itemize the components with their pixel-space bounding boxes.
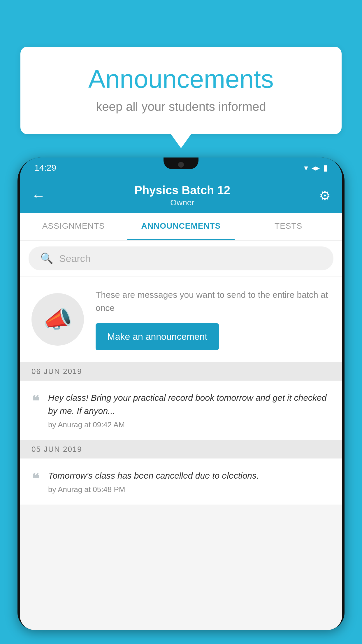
date-divider-1: 06 JUN 2019 xyxy=(20,362,342,381)
phone-content: 🔍 Search 📣 These are messages you want t… xyxy=(20,241,342,630)
bubble-subtitle: keep all your students informed xyxy=(44,100,318,114)
message-item-2[interactable]: ❝ Tomorrow's class has been cancelled du… xyxy=(20,459,342,505)
phone-wrapper: 14:29 ▾ ◂▸ ▮ ← Physics Batch 12 Owner xyxy=(17,158,345,644)
status-time: 14:29 xyxy=(34,163,56,173)
quote-icon-1: ❝ xyxy=(31,393,39,410)
speech-bubble-section: Announcements keep all your students inf… xyxy=(20,47,342,134)
batch-title: Physics Batch 12 xyxy=(134,184,230,197)
message-item-1[interactable]: ❝ Hey class! Bring your practical record… xyxy=(20,381,342,440)
search-bar[interactable]: 🔍 Search xyxy=(29,246,333,270)
message-content-1: Hey class! Bring your practical record b… xyxy=(48,391,331,429)
notch xyxy=(164,158,198,169)
status-bar: 14:29 ▾ ◂▸ ▮ xyxy=(20,158,342,178)
quote-icon-2: ❝ xyxy=(31,470,39,487)
message-author-2: by Anurag at 05:48 PM xyxy=(48,485,331,494)
camera-notch xyxy=(178,162,184,168)
tab-assignments[interactable]: ASSIGNMENTS xyxy=(20,213,127,240)
bubble-title: Announcements xyxy=(44,64,318,94)
tabs-container: ASSIGNMENTS ANNOUNCEMENTS TESTS xyxy=(20,213,342,241)
megaphone-circle: 📣 xyxy=(31,293,84,346)
message-text-1: Hey class! Bring your practical record b… xyxy=(48,391,331,417)
phone-frame: 14:29 ▾ ◂▸ ▮ ← Physics Batch 12 Owner xyxy=(17,158,345,630)
settings-icon[interactable]: ⚙ xyxy=(319,188,331,203)
announcement-empty-state: 📣 These are messages you want to send to… xyxy=(20,276,342,362)
back-button[interactable]: ← xyxy=(31,188,45,204)
battery-icon: ▮ xyxy=(323,163,328,173)
make-announcement-button[interactable]: Make an announcement xyxy=(96,323,219,350)
search-container: 🔍 Search xyxy=(20,241,342,276)
search-placeholder: Search xyxy=(59,253,91,264)
app-header: ← Physics Batch 12 Owner ⚙ xyxy=(20,178,342,213)
tab-tests[interactable]: TESTS xyxy=(235,213,342,240)
tab-announcements[interactable]: ANNOUNCEMENTS xyxy=(127,213,235,240)
header-center: Physics Batch 12 Owner xyxy=(134,184,230,207)
announcement-description: These are messages you want to send to t… xyxy=(96,288,331,314)
signal-icon: ◂▸ xyxy=(312,163,320,173)
announcement-right: These are messages you want to send to t… xyxy=(96,288,331,350)
status-icons: ▾ ◂▸ ▮ xyxy=(304,163,328,173)
phone-screen: 14:29 ▾ ◂▸ ▮ ← Physics Batch 12 Owner xyxy=(20,158,342,630)
message-text-2: Tomorrow's class has been cancelled due … xyxy=(48,469,331,482)
message-content-2: Tomorrow's class has been cancelled due … xyxy=(48,469,331,494)
speech-bubble: Announcements keep all your students inf… xyxy=(20,47,342,134)
megaphone-icon: 📣 xyxy=(43,306,72,333)
message-author-1: by Anurag at 09:42 AM xyxy=(48,420,331,429)
owner-label: Owner xyxy=(134,198,230,207)
date-divider-2: 05 JUN 2019 xyxy=(20,440,342,459)
search-icon: 🔍 xyxy=(40,252,53,265)
wifi-icon: ▾ xyxy=(304,163,308,173)
